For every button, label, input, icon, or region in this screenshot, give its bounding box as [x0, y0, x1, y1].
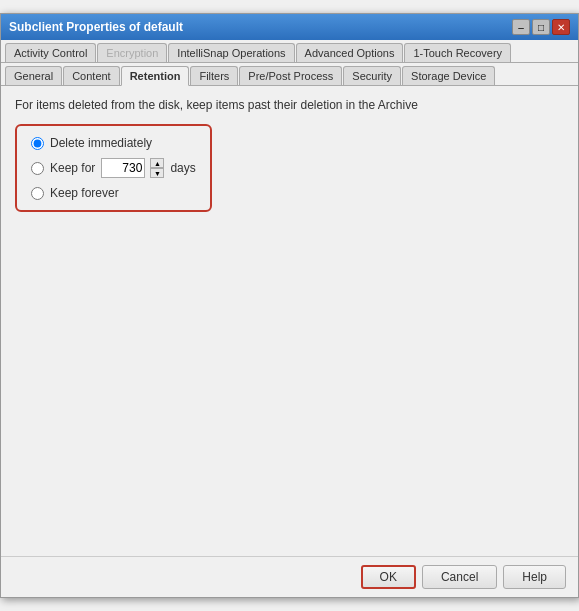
delete-immediately-radio[interactable]	[31, 137, 44, 150]
retention-options-box: Delete immediately Keep for ▲ ▼ days Kee…	[15, 124, 212, 212]
maximize-button[interactable]: □	[532, 19, 550, 35]
keep-forever-label: Keep forever	[50, 186, 119, 200]
keep-forever-radio[interactable]	[31, 187, 44, 200]
spin-down-button[interactable]: ▼	[150, 168, 164, 178]
window-controls: – □ ✕	[512, 19, 570, 35]
tab-general[interactable]: General	[5, 66, 62, 85]
tab-intellisnap[interactable]: IntelliSnap Operations	[168, 43, 294, 62]
delete-immediately-label: Delete immediately	[50, 136, 152, 150]
minimize-button[interactable]: –	[512, 19, 530, 35]
keep-for-row: Keep for ▲ ▼ days	[31, 158, 196, 178]
cancel-button[interactable]: Cancel	[422, 565, 497, 589]
tab-encryption[interactable]: Encryption	[97, 43, 167, 62]
close-button[interactable]: ✕	[552, 19, 570, 35]
ok-button[interactable]: OK	[361, 565, 416, 589]
description-text: For items deleted from the disk, keep it…	[15, 98, 564, 112]
tab-retention[interactable]: Retention	[121, 66, 190, 86]
keep-forever-row: Keep forever	[31, 186, 196, 200]
help-button[interactable]: Help	[503, 565, 566, 589]
tab-security[interactable]: Security	[343, 66, 401, 85]
tab-row-2: General Content Retention Filters Pre/Po…	[1, 63, 578, 86]
days-spinner: ▲ ▼	[150, 158, 164, 178]
days-label: days	[170, 161, 195, 175]
title-bar: Subclient Properties of default – □ ✕	[1, 14, 578, 40]
keep-for-label: Keep for	[50, 161, 95, 175]
tab-activity-control[interactable]: Activity Control	[5, 43, 96, 62]
delete-immediately-row: Delete immediately	[31, 136, 196, 150]
tab-storage-device[interactable]: Storage Device	[402, 66, 495, 85]
main-window: Subclient Properties of default – □ ✕ Ac…	[0, 13, 579, 598]
footer: OK Cancel Help	[1, 556, 578, 597]
content-area: For items deleted from the disk, keep it…	[1, 86, 578, 556]
spin-up-button[interactable]: ▲	[150, 158, 164, 168]
window-title: Subclient Properties of default	[9, 20, 183, 34]
tab-advanced-options[interactable]: Advanced Options	[296, 43, 404, 62]
tab-filters[interactable]: Filters	[190, 66, 238, 85]
tab-1-touch[interactable]: 1-Touch Recovery	[404, 43, 511, 62]
keep-for-radio[interactable]	[31, 162, 44, 175]
tab-content[interactable]: Content	[63, 66, 120, 85]
tab-row-1: Activity Control Encryption IntelliSnap …	[1, 40, 578, 63]
tab-pre-post[interactable]: Pre/Post Process	[239, 66, 342, 85]
days-input[interactable]	[101, 158, 145, 178]
